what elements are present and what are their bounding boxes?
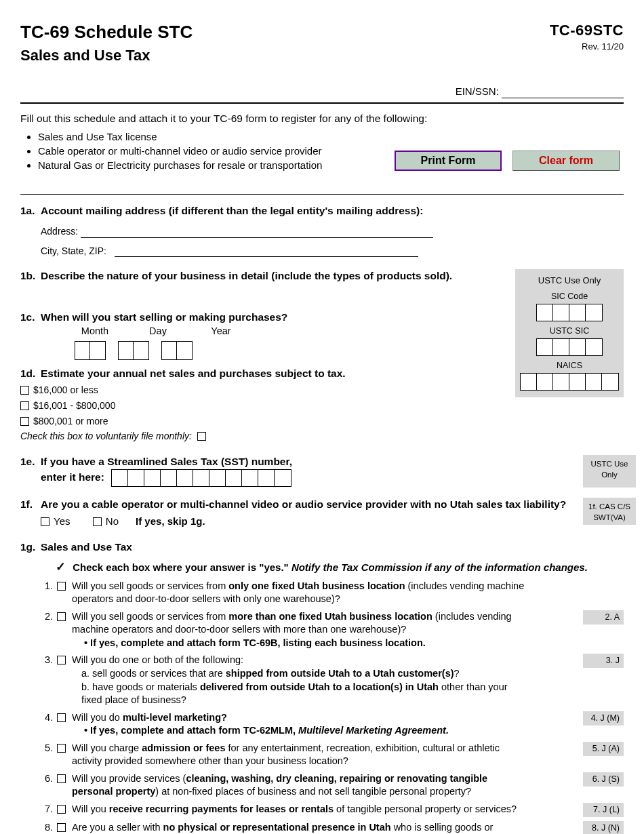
item-number: 5. [41, 742, 57, 768]
ustc-panel: USTC Use Only SIC Code USTC SIC NAICS [515, 269, 624, 397]
item-text: Will you do multi-level marketing?If yes… [72, 711, 583, 738]
opt1-label: $16,000 or less [33, 384, 98, 395]
checkbox[interactable] [57, 582, 66, 591]
city-input-line[interactable] [115, 247, 418, 257]
q1b-num: 1b. [20, 269, 41, 283]
day-boxes[interactable] [118, 341, 149, 360]
opt3-label: $800,001 or more [33, 416, 108, 426]
check-icon: ✓ [56, 560, 66, 574]
form-title: TC-69 Schedule STC [20, 20, 193, 44]
checkbox[interactable] [57, 774, 66, 783]
clear-form-button[interactable]: Clear form [512, 151, 620, 171]
naics-label: NAICS [519, 360, 620, 372]
q1c-text: When will you start selling or making pu… [41, 311, 507, 325]
sst-boxes[interactable] [111, 469, 291, 487]
tip-b: Notify the Tax Commission if any of the … [291, 561, 588, 573]
yes-label: Yes [54, 515, 70, 527]
q1a: 1a. Account mailing address (if differen… [20, 204, 624, 218]
checkbox[interactable] [57, 823, 66, 832]
city-row: City, State, ZIP: [41, 245, 624, 258]
item-checkbox-wrap [57, 803, 72, 817]
item-text: Are you a seller with no physical or rep… [72, 821, 583, 834]
sic-boxes[interactable] [536, 304, 603, 321]
checkbox[interactable] [93, 517, 102, 526]
header-bar: TC-69 Schedule STC Sales and Use Tax TC-… [20, 20, 624, 66]
item-subline: a. sell goods or services that are shipp… [81, 667, 529, 681]
checkbox[interactable] [57, 713, 66, 722]
q1b-wrap: USTC Use Only SIC Code USTC SIC NAICS 1b… [20, 269, 624, 445]
side-1f: 1f. CAS C/S SWT(VA) [583, 498, 636, 525]
q1e-line2: enter it here: [41, 471, 104, 483]
q1g-item: 4.Will you do multi-level marketing?If y… [41, 711, 624, 738]
q1g-item: 8.Are you a seller with no physical or r… [41, 821, 624, 834]
q1d: 1d. Estimate your annual net sales and p… [20, 367, 507, 381]
corner-block: TC-69STC Rev. 11/20 [550, 20, 624, 52]
opt3: $800,001 or more [20, 415, 624, 428]
header-rule [20, 102, 624, 104]
item-text: Will you sell goods or services from mor… [72, 610, 583, 650]
side-1e-l2: Only [584, 470, 635, 481]
checkbox[interactable] [57, 744, 66, 753]
checkbox[interactable] [197, 432, 206, 441]
side-1f-l2: SWT(VA) [584, 513, 635, 523]
monthly-row: Check this box to voluntarily file month… [20, 430, 624, 443]
print-form-button[interactable]: Print Form [395, 151, 502, 171]
q1g-num: 1g. [20, 540, 41, 555]
item-text: Will you sell goods or services from onl… [72, 580, 583, 606]
item-checkbox-wrap [57, 742, 72, 768]
item-checkbox-wrap [57, 580, 72, 606]
item-text: Will you charge admission or fees for an… [72, 742, 583, 768]
item-text: Will you do one or both of the following… [72, 654, 583, 707]
checkbox[interactable] [20, 401, 29, 410]
q1g-item: 1.Will you sell goods or services from o… [41, 580, 624, 606]
checkbox[interactable] [57, 612, 66, 621]
month-boxes[interactable] [75, 341, 106, 360]
item-number: 2. [41, 610, 57, 650]
naics-boxes[interactable] [520, 373, 619, 391]
item-number: 8. [41, 821, 57, 834]
q1c-num: 1c. [20, 311, 41, 325]
q1e: 1e. If you have a Streamlined Sales Tax … [20, 455, 624, 487]
item-text: Will you provide services (cleaning, was… [72, 772, 583, 799]
sic-label: SIC Code [519, 291, 620, 302]
q1g-item: 3.Will you do one or both of the followi… [41, 654, 624, 707]
q1f-text: Are you a cable operator or multi-channe… [41, 498, 624, 512]
address-row: Address: [41, 225, 624, 238]
address-input-line[interactable] [81, 229, 433, 238]
checkbox[interactable] [41, 517, 49, 526]
q1g-item: 6.Will you provide services (cleaning, w… [41, 772, 624, 799]
ein-input-line[interactable] [502, 98, 624, 98]
q1f-num: 1f. [20, 498, 41, 512]
q1b-text: Describe the nature of your business in … [41, 269, 507, 283]
monthly-label: Check this box to voluntarily file month… [20, 431, 192, 441]
ustc-sic-boxes[interactable] [536, 338, 603, 356]
ustc-title: USTC Use Only [519, 275, 620, 287]
item-number: 1. [41, 580, 57, 606]
form-code: TC-69STC [550, 20, 624, 41]
item-number: 4. [41, 711, 57, 738]
item-side-code: 3. J [583, 654, 624, 668]
item-text: Will you receive recurring payments for … [72, 803, 583, 817]
q1a-text: Account mailing address (if different th… [41, 204, 624, 218]
item-side-code [583, 580, 624, 582]
item-side-code: 7. J (L) [583, 803, 624, 817]
side-1f-l1: 1f. CAS C/S [584, 502, 635, 513]
item-side-code: 4. J (M) [583, 711, 624, 726]
year-boxes[interactable] [161, 341, 193, 360]
day-label: Day [141, 325, 175, 338]
q1f-options: Yes No If yes, skip 1g. [41, 515, 624, 528]
form-revision: Rev. 11/20 [550, 41, 624, 53]
q1g-item: 5.Will you charge admission or fees for … [41, 742, 624, 768]
item-side-code: 8. J (N) [583, 821, 624, 834]
ein-label: EIN/SSN: [456, 85, 499, 97]
opt2: $16,001 - $800,000 [20, 399, 624, 412]
skip-note: If yes, skip 1g. [136, 515, 205, 527]
opt2-label: $16,001 - $800,000 [33, 400, 115, 411]
q1g-list: 1.Will you sell goods or services from o… [41, 580, 624, 834]
item-side-code: 5. J (A) [583, 742, 624, 756]
checkbox[interactable] [57, 805, 66, 814]
q1g-item: 2.Will you sell goods or services from m… [41, 610, 624, 650]
checkbox[interactable] [57, 656, 66, 664]
checkbox[interactable] [20, 417, 29, 426]
checkbox[interactable] [20, 386, 29, 395]
